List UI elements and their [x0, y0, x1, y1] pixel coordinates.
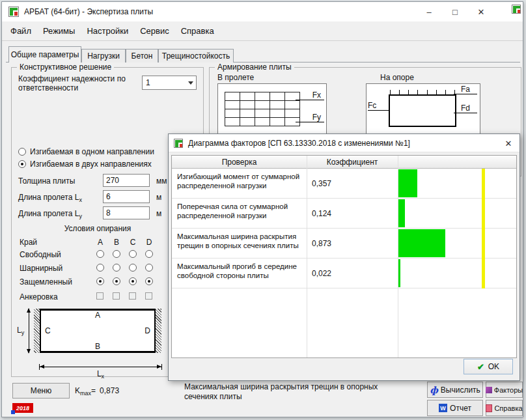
dialog-icon — [174, 139, 183, 148]
tab-crack-resistance[interactable]: Трещиностойкость — [158, 49, 234, 63]
ok-button[interactable]: ✔ OK — [464, 359, 513, 374]
diagram-lx-label: Lx — [40, 369, 161, 380]
span-x-input[interactable] — [103, 190, 150, 203]
support-conditions-title: Условия опирания — [18, 224, 177, 233]
close-button[interactable]: ✕ — [468, 2, 494, 21]
menu-item-modes[interactable]: Режимы — [37, 26, 81, 36]
menu-item-settings[interactable]: Настройки — [81, 26, 134, 36]
span-y-input[interactable] — [103, 206, 150, 219]
status-text: Максимальная ширина раскрытия трещин в о… — [184, 382, 409, 402]
radio-clamped-d[interactable] — [145, 277, 153, 285]
dialog-close-button[interactable]: ✕ — [499, 135, 518, 151]
maximize-button[interactable]: □ — [442, 2, 468, 21]
column-header-chart — [398, 156, 516, 168]
checkbox-anchorage-a[interactable] — [96, 292, 104, 300]
on-support-ticks — [390, 90, 455, 96]
group-reinforcement-title: Армирование плиты — [215, 63, 294, 72]
safety-factor-combobox[interactable]: 1 — [142, 76, 197, 90]
support-row-free-label: Свободный — [20, 250, 61, 259]
checkbox-anchorage-b[interactable] — [113, 292, 120, 300]
radio-free-c[interactable] — [129, 250, 137, 258]
radio-clamped-c[interactable] — [129, 277, 137, 285]
group-constructive-title: Конструктивное решение — [17, 63, 114, 72]
radio-hinged-c[interactable] — [129, 264, 137, 272]
radio-free-d[interactable] — [145, 250, 153, 258]
thickness-input[interactable] — [103, 174, 150, 187]
tab-loads[interactable]: Нагрузки — [81, 49, 126, 63]
fy-label: Fy — [296, 113, 324, 122]
support-col-b: B — [109, 238, 124, 247]
factor-value: 0,873 — [307, 229, 398, 258]
menu-item-help[interactable]: Справка — [175, 26, 220, 36]
ok-label: OK — [488, 362, 499, 371]
checkbox-anchorage-d[interactable] — [145, 292, 152, 300]
plate-scheme-diagram: Ly A B C D Lx — [17, 305, 180, 376]
factor-value: 0,124 — [307, 199, 398, 228]
factors-button[interactable]: Факторы — [486, 382, 523, 398]
factor-bar — [398, 229, 445, 257]
column-header-check: Проверка — [172, 156, 307, 168]
combo-dropdown-icon[interactable] — [185, 76, 196, 89]
radio-two-directions[interactable]: Изгибаемая в двух направлениях — [18, 160, 152, 169]
edge-b-label: B — [95, 342, 100, 351]
span-y-unit: м — [156, 209, 161, 218]
window-controls: – □ ✕ — [416, 2, 494, 21]
in-span-title: В пролете — [217, 73, 254, 82]
year-badge: 2018 — [12, 403, 33, 413]
calculate-label: Вычислить — [441, 385, 480, 395]
factor-name: Поперечная сила от суммарной распределен… — [172, 199, 307, 228]
reinforcement-mesh — [225, 92, 300, 126]
right-clamped-hatch — [156, 309, 161, 353]
support-row-clamped-label: Защемленный — [20, 277, 72, 287]
factors-icon — [486, 387, 492, 393]
calculate-button[interactable]: ф Вычислить — [427, 382, 483, 398]
menu-item-file[interactable]: Файл — [5, 26, 37, 36]
factor-bar-cell — [398, 169, 516, 198]
factor-row-deflection: Максимальный прогиб в середине свободной… — [172, 259, 516, 288]
radio-hinged-d[interactable] — [145, 264, 153, 272]
left-clamped-hatch — [34, 309, 40, 353]
factor-name: Изгибающий момент от суммарной распредел… — [172, 169, 307, 198]
radio-hinged-a[interactable] — [96, 264, 104, 272]
report-icon: W — [439, 404, 447, 412]
radio-two-directions-label: Изгибаемая в двух направлениях — [30, 160, 152, 169]
radio-icon[interactable] — [18, 160, 26, 168]
menubar: Файл Режимы Настройки Сервис Справка — [2, 21, 523, 41]
report-button[interactable]: W Отчет — [427, 400, 483, 416]
factor-value: 0,022 — [307, 259, 398, 288]
column-separator — [398, 156, 398, 357]
threshold-line — [482, 169, 485, 288]
thickness-unit: мм — [156, 176, 167, 186]
kmax-readout: Kmax=0,873 — [75, 386, 119, 397]
factors-table: Проверка Коэффициент Изгибающий момент о… — [171, 155, 517, 358]
radio-icon[interactable] — [18, 148, 26, 156]
factor-row-moment: Изгибающий момент от суммарной распредел… — [172, 169, 516, 199]
factor-bar — [398, 169, 417, 197]
tab-general-params[interactable]: Общие параметры — [8, 46, 81, 63]
menu-item-service[interactable]: Сервис — [134, 26, 175, 36]
factors-table-header: Проверка Коэффициент — [172, 156, 516, 169]
minimize-button[interactable]: – — [416, 2, 442, 21]
ly-dimension-arrow — [29, 309, 29, 353]
menu-button-label: Меню — [31, 386, 51, 395]
checkbox-anchorage-c[interactable] — [129, 292, 136, 300]
support-row-header: Край — [20, 238, 37, 247]
fc-label: Fc — [368, 101, 389, 111]
menu-button[interactable]: Меню — [12, 383, 70, 399]
corner-app-icon — [512, 5, 521, 14]
radio-free-b[interactable] — [113, 250, 120, 258]
titlebar: АРБАТ (64-бит) - Экспертиза плиты – □ ✕ — [2, 2, 523, 21]
dialog-titlebar: Диаграмма факторов [СП 63.13330.2018 с и… — [169, 134, 519, 152]
radio-hinged-b[interactable] — [113, 264, 120, 272]
factor-row-shear: Поперечная сила от суммарной распределен… — [172, 199, 516, 229]
tab-concrete[interactable]: Бетон — [126, 49, 158, 63]
factor-bar-cell — [398, 229, 516, 258]
help-label: Справка — [494, 404, 522, 412]
help-button[interactable]: Справка — [486, 400, 523, 416]
radio-clamped-b[interactable] — [113, 277, 120, 285]
radio-clamped-a[interactable] — [96, 277, 104, 285]
span-x-label: Длина пролета Lx — [18, 193, 82, 203]
radio-one-direction[interactable]: Изгибаемая в одном направлении — [18, 147, 154, 156]
radio-free-a[interactable] — [96, 250, 104, 258]
in-span-diagram: Fx Fy — [217, 83, 327, 134]
